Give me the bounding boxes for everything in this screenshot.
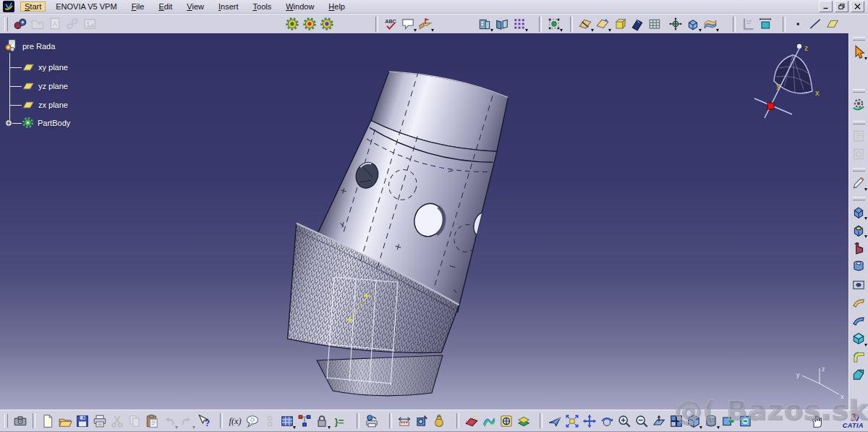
disassemble-button[interactable] [646, 15, 663, 33]
constraint-button[interactable] [757, 15, 774, 33]
select-button[interactable] [850, 43, 867, 61]
redo-button[interactable] [178, 412, 195, 430]
pad-button[interactable] [850, 203, 867, 221]
menu-item-view[interactable]: View [182, 1, 208, 12]
manual-update-button[interactable] [301, 15, 318, 33]
render-style-button[interactable] [702, 412, 720, 430]
sketcher-button[interactable] [850, 174, 867, 192]
thick-surface-button[interactable] [594, 15, 611, 33]
pan-button[interactable] [581, 412, 598, 430]
design-table-button[interactable] [278, 412, 296, 430]
toolbar-grip[interactable] [4, 414, 8, 428]
fly-mode-button[interactable] [546, 412, 563, 430]
toolbar-grip[interactable] [853, 168, 865, 171]
sew-surface-button[interactable] [629, 15, 646, 33]
edge-fillet-button[interactable] [850, 347, 867, 365]
relations-button[interactable] [296, 412, 313, 430]
tree-item-zx-plane[interactable]: zx plane [3, 98, 68, 111]
viewport-3d[interactable]: pre Radaxy planeyz planezx planePartBody… [0, 33, 848, 410]
tree-item-partbody[interactable]: PartBody [3, 117, 70, 130]
close-surface-button[interactable] [611, 15, 629, 33]
tree-item-xy-plane[interactable]: xy plane [3, 61, 68, 74]
tools-palette-button[interactable] [850, 95, 867, 113]
rib-button[interactable] [850, 293, 867, 311]
copy-format-button[interactable]: A [46, 15, 64, 33]
menu-item-start[interactable]: Start [20, 1, 46, 12]
menu-item-enovia-v5-vpm[interactable]: ENOVIA V5 VPM [51, 1, 121, 12]
catalog-browse-button[interactable] [850, 145, 867, 163]
copy-button[interactable] [126, 412, 143, 430]
enovia-workbench-button[interactable] [12, 15, 29, 33]
apply-material-button[interactable] [417, 15, 434, 33]
toolbar-grip[interactable] [853, 121, 865, 124]
axis-system-button[interactable] [667, 15, 684, 33]
sectioning-button[interactable] [463, 412, 480, 430]
save-button[interactable] [74, 412, 91, 430]
menu-item-tools[interactable]: Tools [249, 1, 276, 12]
isometric-view-button[interactable] [685, 412, 702, 430]
annotation-button[interactable] [399, 15, 417, 33]
extract-surface-button[interactable] [702, 15, 719, 33]
rapid-prototyping-button[interactable] [363, 412, 380, 430]
fit-all-in-button[interactable] [563, 412, 581, 430]
scaling-button[interactable] [545, 15, 563, 33]
minimize-button[interactable] [819, 1, 833, 12]
rectangular-pattern-button[interactable] [511, 15, 528, 33]
hole-button[interactable] [850, 275, 867, 293]
split-button[interactable] [576, 15, 594, 33]
multi-view-button[interactable] [668, 412, 685, 430]
constraints-defined-button[interactable] [739, 15, 757, 33]
tree-expand-button[interactable] [5, 119, 12, 128]
zoom-in-button[interactable] [616, 412, 633, 430]
update-all-button[interactable] [284, 15, 301, 33]
spell-checker-button[interactable]: ABC [382, 15, 399, 33]
restore-button[interactable] [835, 1, 848, 12]
menu-item-file[interactable]: File [127, 1, 149, 12]
new-button[interactable] [39, 412, 56, 430]
toolbar-grip[interactable] [4, 17, 8, 31]
catalog-browser-button[interactable] [476, 15, 493, 33]
transformation-button[interactable] [850, 329, 867, 347]
point-button[interactable] [789, 15, 807, 33]
knowledge-advisor-button[interactable] [244, 412, 261, 430]
layer-filter-button[interactable] [515, 412, 532, 430]
lock-parameters-button[interactable] [313, 412, 331, 430]
whats-this-button[interactable]: ? [195, 412, 213, 430]
symmetry-button[interactable] [493, 15, 511, 33]
open-from-enovia-button[interactable] [29, 15, 46, 33]
measure-inertia-button[interactable] [430, 412, 448, 430]
view-compass[interactable]: z y x [752, 36, 846, 122]
menu-item-edit[interactable]: Edit [154, 1, 176, 12]
measure-item-button[interactable] [413, 412, 430, 430]
measure-between-button[interactable] [396, 412, 413, 430]
edit-links-button[interactable] [64, 15, 81, 33]
link-button[interactable] [261, 412, 278, 430]
shaft-button[interactable] [850, 239, 867, 257]
tree-root-item[interactable]: pre Rada [4, 39, 55, 53]
knowledge-parameters-button[interactable] [318, 15, 336, 33]
toolbar-grip[interactable] [853, 37, 865, 41]
undo-button[interactable] [161, 412, 178, 430]
open-button[interactable] [56, 412, 74, 430]
menu-item-window[interactable]: Window [281, 1, 318, 12]
formula-button[interactable]: f(x) [226, 412, 244, 430]
cut-button[interactable] [109, 412, 126, 430]
slot-button[interactable] [850, 311, 867, 329]
curvature-analysis-button[interactable] [480, 412, 498, 430]
line-button[interactable] [807, 15, 824, 33]
pocket-button[interactable] [850, 221, 867, 239]
pointer-hand-button[interactable] [808, 412, 825, 430]
swap-visible-space-button[interactable] [737, 412, 754, 430]
normal-view-button[interactable] [650, 412, 668, 430]
view-mode-customize-button[interactable] [498, 412, 515, 430]
menu-item-help[interactable]: Help [324, 1, 349, 12]
plane-button[interactable] [824, 15, 841, 33]
zoom-out-button[interactable] [633, 412, 650, 430]
capture-button[interactable] [12, 412, 29, 430]
menu-item-insert[interactable]: Insert [214, 1, 243, 12]
rotate-button[interactable] [598, 412, 616, 430]
toolbar-grip[interactable] [853, 89, 865, 93]
toolbar-grip[interactable] [853, 197, 865, 200]
translation-button[interactable] [684, 15, 702, 33]
chamfer-button[interactable] [850, 365, 867, 384]
